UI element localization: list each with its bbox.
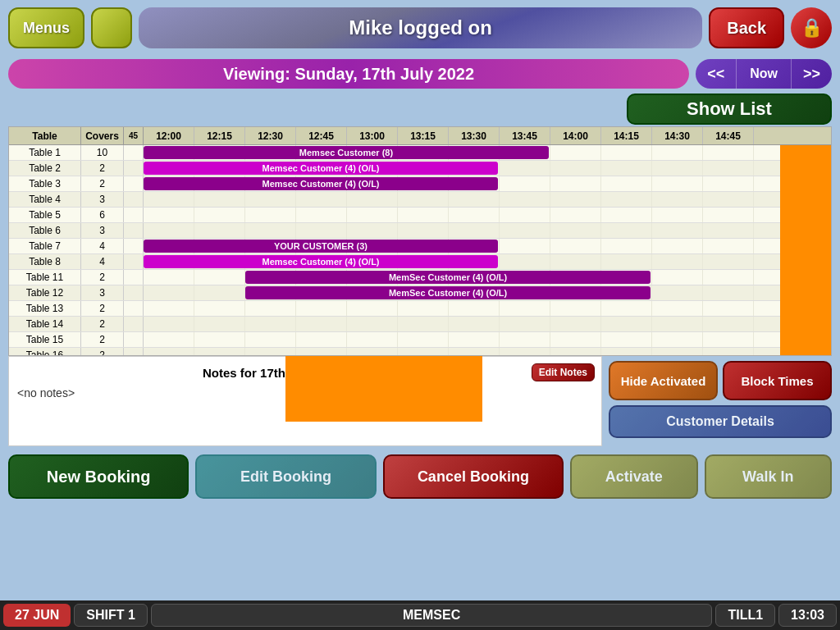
table-row[interactable]: Table 4 3 <box>9 192 831 208</box>
back-button[interactable]: Back <box>709 7 784 48</box>
status-shift: SHIFT 1 <box>74 604 148 627</box>
lock-button[interactable]: 🔒 <box>791 7 832 48</box>
table-row[interactable]: Table 15 2 <box>9 332 831 348</box>
cell-45 <box>124 254 144 269</box>
col-header-covers: Covers <box>81 127 124 144</box>
col-header-1245: 12:45 <box>296 127 347 144</box>
cell-covers: 3 <box>81 192 124 207</box>
booking-bar[interactable]: Memsec Customer (4) (O/L) <box>144 162 498 175</box>
table-row[interactable]: Table 8 4 Memsec Customer (4) (O/L) <box>9 254 831 270</box>
col-header-1330: 13:30 <box>449 127 500 144</box>
cell-times-area <box>144 317 831 331</box>
status-time: 13:03 <box>778 604 837 627</box>
table-row[interactable]: Table 7 4 YOUR CUSTOMER (3) <box>9 239 831 254</box>
cell-times-area: Memsec Customer (4) (O/L) <box>144 161 831 176</box>
status-till: TILL1 <box>715 604 775 627</box>
extra-button-1[interactable] <box>91 7 132 48</box>
table-row[interactable]: Table 6 3 <box>9 223 831 239</box>
cell-45 <box>124 176 144 191</box>
block-times-button[interactable]: Block Times <box>723 361 832 400</box>
walk-in-button[interactable]: Walk In <box>705 454 832 499</box>
col-header-table: Table <box>9 127 81 144</box>
table-row[interactable]: Table 16 2 <box>9 348 831 356</box>
cell-45 <box>124 348 144 356</box>
cell-45 <box>124 161 144 176</box>
cell-times-area: Memsec Customer (4) (O/L) <box>144 176 831 191</box>
table-row[interactable]: Table 11 2 MemSec Customer (4) (O/L) <box>9 270 831 285</box>
table-row[interactable]: Table 5 6 <box>9 208 831 223</box>
hide-activated-button[interactable]: Hide Activated <box>609 361 718 400</box>
cell-covers: 2 <box>81 270 124 285</box>
cell-covers: 2 <box>81 332 124 347</box>
show-list-button[interactable]: Show List <box>627 94 832 125</box>
cell-covers: 2 <box>81 161 124 176</box>
activate-button[interactable]: Activate <box>570 454 697 499</box>
col-header-1400: 14:00 <box>550 127 601 144</box>
nav-group: << Now >> <box>696 59 832 89</box>
table-row[interactable]: Table 12 3 MemSec Customer (4) (O/L) <box>9 285 831 301</box>
table-row[interactable]: Table 2 2 Memsec Customer (4) (O/L) <box>9 161 831 176</box>
cell-table-name: Table 8 <box>9 254 81 269</box>
status-date: 27 JUN <box>3 604 71 627</box>
status-memsec: MEMSEC <box>151 604 713 627</box>
new-booking-button[interactable]: New Booking <box>8 454 189 499</box>
col-header-1230: 12:30 <box>245 127 296 144</box>
cell-table-name: Table 14 <box>9 317 81 331</box>
cell-45 <box>124 301 144 316</box>
booking-bar[interactable]: YOUR CUSTOMER (3) <box>144 240 498 253</box>
cell-times-area <box>144 223 831 238</box>
orange-block-right <box>780 145 831 356</box>
booking-bar[interactable]: Memsec Customer (4) (O/L) <box>144 177 498 190</box>
cell-table-name: Table 15 <box>9 332 81 347</box>
cell-covers: 2 <box>81 348 124 356</box>
table-row[interactable]: Table 3 2 Memsec Customer (4) (O/L) <box>9 176 831 192</box>
col-header-45: 45 <box>124 127 144 144</box>
cell-times-area: YOUR CUSTOMER (3) <box>144 239 831 253</box>
cell-table-name: Table 1 <box>9 145 81 160</box>
table-row[interactable]: Table 14 2 <box>9 317 831 332</box>
cell-table-name: Table 7 <box>9 239 81 253</box>
customer-details-button[interactable]: Customer Details <box>609 405 832 438</box>
booking-grid: Table Covers 45 12:00 12:15 12:30 12:45 … <box>8 126 832 356</box>
col-header-1345: 13:45 <box>500 127 550 144</box>
prev-button[interactable]: << <box>696 59 736 89</box>
cell-times-area <box>144 301 831 316</box>
orange-selection-area <box>285 356 482 422</box>
cell-45 <box>124 145 144 160</box>
title-text: Mike logged on <box>349 16 492 39</box>
cell-45 <box>124 317 144 331</box>
cell-45 <box>124 239 144 253</box>
edit-notes-button[interactable]: Edit Notes <box>532 363 595 381</box>
cell-45 <box>124 223 144 238</box>
cancel-booking-button[interactable]: Cancel Booking <box>383 454 564 499</box>
cell-covers: 4 <box>81 239 124 253</box>
cell-times-area <box>144 208 831 222</box>
col-header-1200: 12:00 <box>144 127 194 144</box>
cell-covers: 2 <box>81 301 124 316</box>
table-row[interactable]: Table 13 2 <box>9 301 831 317</box>
now-button[interactable]: Now <box>736 59 792 89</box>
booking-bar[interactable]: Memsec Customer (8) <box>144 146 549 159</box>
header-title: Mike logged on <box>139 7 702 48</box>
edit-booking-button[interactable]: Edit Booking <box>195 454 376 499</box>
cell-covers: 2 <box>81 176 124 191</box>
cell-table-name: Table 6 <box>9 223 81 238</box>
booking-bar[interactable]: MemSec Customer (4) (O/L) <box>245 271 651 284</box>
cell-table-name: Table 13 <box>9 301 81 316</box>
table-row[interactable]: Table 1 10 Memsec Customer (8) <box>9 145 831 161</box>
cell-table-name: Table 12 <box>9 285 81 300</box>
cell-covers: 3 <box>81 285 124 300</box>
cell-times-area: Memsec Customer (4) (O/L) <box>144 254 831 269</box>
cell-covers: 2 <box>81 317 124 331</box>
next-button[interactable]: >> <box>792 59 832 89</box>
status-bar: 27 JUN SHIFT 1 MEMSEC TILL1 13:03 <box>0 600 840 630</box>
cell-times-area <box>144 332 831 347</box>
booking-bar[interactable]: MemSec Customer (4) (O/L) <box>245 286 651 299</box>
cell-45 <box>124 192 144 207</box>
col-header-1300: 13:00 <box>347 127 398 144</box>
col-header-1415: 14:15 <box>601 127 652 144</box>
cell-covers: 3 <box>81 223 124 238</box>
menus-button[interactable]: Menus <box>8 7 84 48</box>
booking-bar[interactable]: Memsec Customer (4) (O/L) <box>144 255 498 268</box>
cell-covers: 4 <box>81 254 124 269</box>
